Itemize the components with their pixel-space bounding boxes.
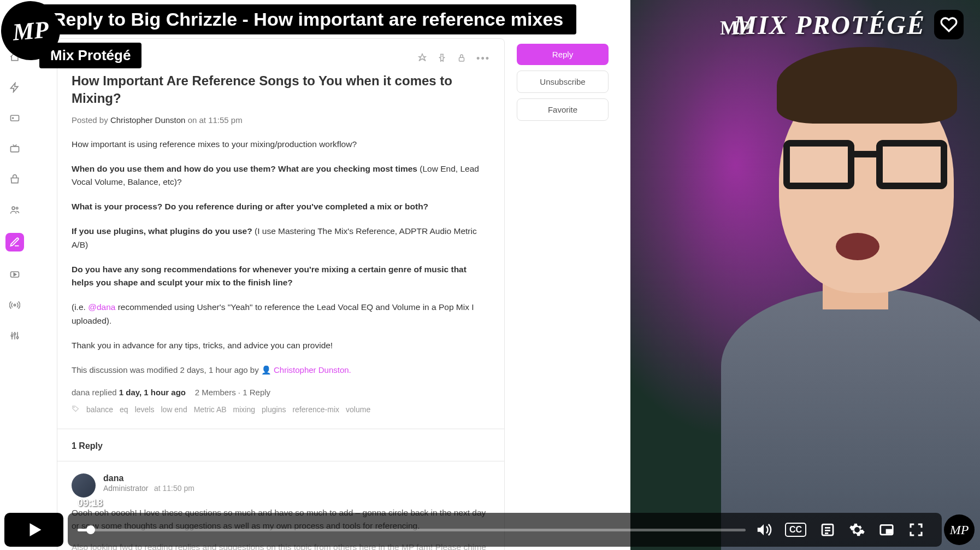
play-button[interactable]	[4, 513, 63, 547]
nav-edit-icon[interactable]	[5, 233, 24, 251]
svg-rect-14	[887, 530, 892, 533]
tag[interactable]: balance	[86, 405, 113, 414]
player-brand-logo[interactable]: MP	[944, 514, 975, 545]
nav-video-icon[interactable]	[7, 110, 22, 126]
fullscreen-icon[interactable]	[908, 522, 924, 538]
post-author[interactable]: Christopher Dunston	[110, 115, 186, 125]
svg-rect-2	[11, 147, 19, 152]
reply-button[interactable]: Reply	[517, 44, 609, 65]
settings-icon[interactable]	[849, 522, 865, 538]
video-player-bar: 09:18 CC MP	[0, 510, 980, 550]
volume-icon[interactable]	[755, 522, 772, 538]
modified-author-link[interactable]: Christopher Dunston.	[274, 365, 351, 375]
tag[interactable]: eq	[120, 405, 128, 414]
more-icon[interactable]: •••	[476, 53, 490, 65]
svg-point-9	[16, 337, 18, 338]
reply-summary: dana replied 1 day, 1 hour ago 2 Members…	[72, 388, 490, 397]
tag[interactable]: low end	[161, 405, 187, 414]
lock-icon[interactable]	[457, 53, 467, 65]
unpin-icon[interactable]	[437, 53, 447, 65]
svg-rect-10	[459, 57, 464, 61]
current-time: 09:18	[78, 498, 103, 509]
progress-bar[interactable]	[78, 529, 746, 531]
tag[interactable]: mixing	[233, 405, 255, 414]
tag[interactable]: levels	[135, 405, 155, 414]
watermark-text: MIX PROTÉGÉ	[734, 10, 925, 40]
reply-username[interactable]: dana	[103, 473, 194, 483]
nav-broadcast-icon[interactable]	[7, 297, 22, 313]
nav-community-icon[interactable]	[7, 202, 22, 218]
action-column: Reply Unsubscribe Favorite	[517, 38, 609, 550]
replies-heading: 1 Reply	[72, 429, 490, 461]
svg-point-7	[11, 335, 13, 336]
tag[interactable]: volume	[346, 405, 370, 414]
post-title: How Important Are Reference Songs to You…	[72, 72, 490, 108]
svg-point-4	[16, 207, 18, 209]
mention-link[interactable]: @dana	[88, 302, 115, 312]
avatar[interactable]	[72, 473, 96, 498]
transcript-icon[interactable]	[819, 522, 836, 538]
forum-top-actions: •••	[417, 53, 490, 65]
pip-icon[interactable]	[878, 522, 895, 538]
presenter-video	[630, 0, 980, 550]
post-meta: Posted by Christopher Dunston on at 11:5…	[72, 115, 490, 125]
nav-sliders-icon[interactable]	[7, 328, 22, 343]
tag[interactable]: reference-mix	[292, 405, 339, 414]
sidebar-nav	[0, 0, 29, 550]
tag-icon	[72, 405, 80, 414]
post-body: How important is using reference mixes t…	[72, 138, 490, 377]
nav-shop-icon[interactable]	[7, 172, 22, 187]
unsubscribe-button[interactable]: Unsubscribe	[517, 71, 609, 93]
svg-point-8	[14, 333, 15, 335]
reply-role: Administrator	[103, 484, 148, 493]
captions-button[interactable]: CC	[785, 523, 806, 537]
nav-tv-icon[interactable]	[7, 141, 22, 156]
nav-youtube-icon[interactable]	[7, 267, 22, 282]
reply-time: at 11:50 pm	[154, 484, 194, 493]
svg-point-11	[74, 407, 74, 407]
favorite-button[interactable]: Favorite	[517, 98, 609, 121]
video-title-overlay: Reply to Big Chrizzle - How important ar…	[39, 4, 576, 34]
svg-point-1	[13, 118, 14, 119]
svg-point-3	[12, 207, 15, 209]
svg-rect-0	[11, 115, 19, 121]
nav-bolt-icon[interactable]	[7, 80, 22, 95]
pin-icon[interactable]	[417, 53, 427, 65]
forum-post-card: ••• Mixing How Important Are Reference S…	[57, 38, 505, 550]
like-button[interactable]	[934, 10, 964, 39]
svg-point-6	[14, 304, 15, 306]
tags-row: balance eq levels low end Metric AB mixi…	[72, 405, 490, 414]
tag[interactable]: plugins	[262, 405, 286, 414]
tag[interactable]: Metric AB	[194, 405, 227, 414]
